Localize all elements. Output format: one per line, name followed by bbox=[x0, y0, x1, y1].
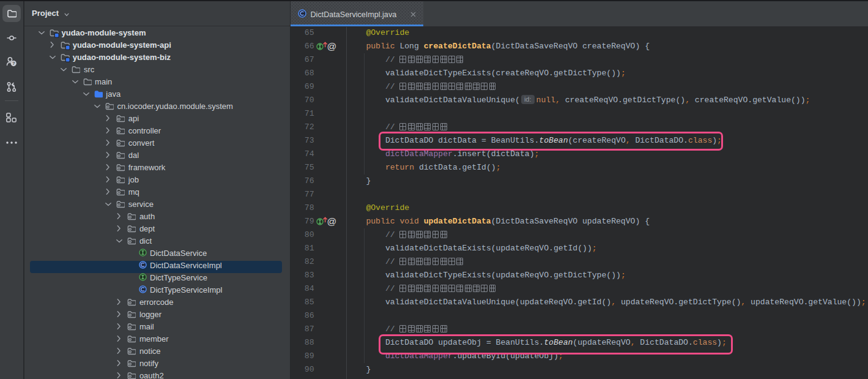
svg-text:?: ? bbox=[12, 61, 15, 66]
